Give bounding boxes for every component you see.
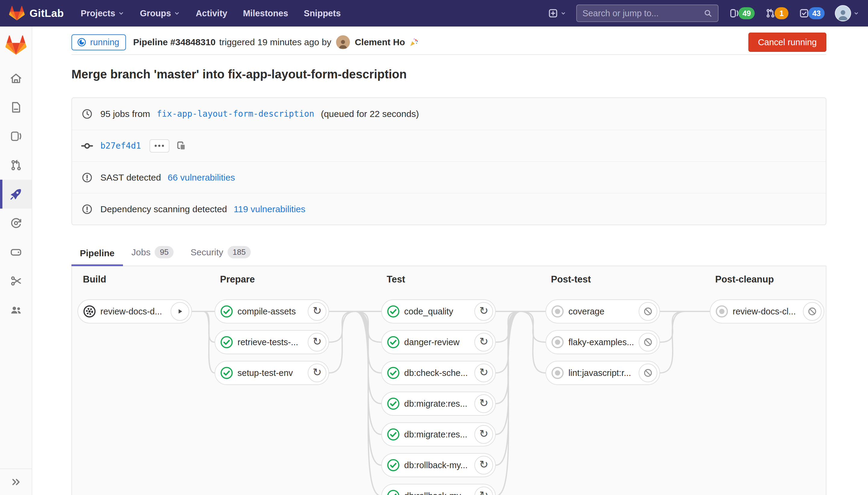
nav-item-activity[interactable]: Activity (196, 8, 227, 18)
sast-vulnerabilities-link[interactable]: 66 vulnerabilities (168, 172, 235, 183)
cancel-running-button[interactable]: Cancel running (748, 33, 827, 52)
retry-icon: ↻ (313, 336, 322, 347)
collapse-sidebar-button[interactable] (0, 468, 32, 495)
job-name: danger-review (404, 337, 470, 347)
cancel-job-button[interactable] (639, 302, 657, 321)
person-icon (836, 7, 850, 21)
retry-job-button[interactable]: ↻ (474, 425, 493, 444)
issues-count-badge: 49 (739, 7, 755, 19)
pipeline-job[interactable]: review-docs-cl... (710, 300, 824, 323)
running-status-label: running (90, 37, 119, 47)
tab-jobs[interactable]: Jobs 95 (123, 246, 182, 266)
expand-commit-button[interactable] (150, 139, 169, 153)
pipeline-job[interactable]: review-docs-d... (77, 300, 192, 323)
project-avatar[interactable] (0, 27, 32, 64)
pipeline-job[interactable]: flaky-examples... (545, 330, 660, 354)
nav-item-milestones[interactable]: Milestones (243, 8, 288, 18)
retry-job-button[interactable]: ↻ (308, 302, 326, 321)
pipeline-job[interactable]: danger-review↻ (381, 330, 496, 354)
user-menu[interactable] (835, 5, 859, 21)
gitlab-brand[interactable]: GitLab (9, 5, 64, 21)
success-status-icon (386, 397, 400, 411)
sidebar-item-operations[interactable] (0, 209, 32, 238)
search-input[interactable] (582, 8, 704, 18)
pipeline-job[interactable]: db:rollback-my...↻ (381, 453, 496, 477)
cancel-job-button[interactable] (803, 302, 821, 321)
todos-counter[interactable]: 43 (799, 7, 824, 19)
stage-header: Test (387, 274, 405, 285)
branch-link[interactable]: fix-app-layout-form-description (157, 109, 314, 119)
pipeline-job[interactable]: db:check-sche...↻ (381, 361, 496, 385)
retry-job-button[interactable]: ↻ (308, 333, 326, 352)
nav-item-snippets[interactable]: Snippets (304, 8, 341, 18)
play-icon (175, 307, 185, 316)
sidebar-item-members[interactable] (0, 295, 32, 324)
retry-icon: ↻ (313, 367, 322, 378)
stage-header: Post-test (551, 274, 591, 285)
pipeline-job[interactable]: db:migrate:res...↻ (381, 392, 496, 416)
retry-icon: ↻ (479, 336, 488, 347)
jobs-summary-row: 95 jobs from fix-app-layout-form-descrip… (72, 98, 826, 130)
sidebar-item-registry[interactable] (0, 238, 32, 267)
rocket-icon (9, 188, 23, 201)
pipeline-job[interactable]: compile-assets↻ (214, 300, 329, 323)
pipeline-job[interactable]: db:rollback-my...↻ (381, 484, 496, 495)
security-count-badge: 185 (228, 246, 251, 258)
dependency-vulnerabilities-link[interactable]: 119 vulnerabilities (233, 204, 305, 214)
tab-security[interactable]: Security 185 (182, 246, 259, 266)
sidebar-item-merge-requests[interactable] (0, 151, 32, 180)
pipeline-job[interactable]: retrieve-tests-...↻ (214, 330, 329, 354)
author-name[interactable]: Clement Ho (355, 37, 405, 47)
pipeline-job[interactable]: coverage (545, 300, 660, 323)
merge-requests-counter[interactable]: 1 (765, 7, 788, 19)
job-name: review-docs-d... (100, 307, 167, 317)
header-divider (71, 54, 827, 55)
copy-commit-icon[interactable] (176, 140, 187, 151)
issues-icon (729, 8, 740, 19)
cancel-job-button[interactable] (639, 363, 657, 382)
retry-job-button[interactable]: ↻ (474, 302, 493, 321)
issues-counter[interactable]: 49 (729, 7, 755, 19)
commit-sha-link[interactable]: b27ef4d1 (100, 141, 141, 151)
brand-name: GitLab (30, 7, 64, 19)
user-avatar (835, 5, 851, 21)
retry-job-button[interactable]: ↻ (474, 487, 493, 495)
pipeline-id: Pipeline #34848310 (133, 37, 216, 47)
pipeline-header: running Pipeline #34848310 triggered 19 … (71, 30, 827, 54)
retry-job-button[interactable]: ↻ (474, 456, 493, 475)
pipeline-job[interactable]: setup-test-env↻ (214, 361, 329, 385)
pipeline-job[interactable]: lint:javascript:r... (545, 361, 660, 385)
nav-item-projects[interactable]: Projects (81, 8, 124, 18)
retry-job-button[interactable]: ↻ (474, 363, 493, 382)
retry-icon: ↻ (479, 367, 488, 378)
members-icon (9, 303, 23, 317)
sidebar-item-repository[interactable] (0, 93, 32, 122)
retry-icon: ↻ (479, 428, 488, 439)
search-box[interactable] (576, 4, 718, 22)
sidebar-item-home[interactable] (0, 64, 32, 93)
sidebar-item-snippets[interactable] (0, 267, 32, 295)
container-registry-icon (9, 245, 23, 259)
party-popper-emoji (409, 37, 419, 47)
sidebar-item-issues[interactable] (0, 122, 32, 151)
retry-job-button[interactable]: ↻ (474, 394, 493, 413)
author-avatar[interactable] (336, 35, 350, 49)
play-job-button[interactable] (171, 302, 189, 321)
merge-request-icon (9, 158, 23, 172)
cancel-job-button[interactable] (639, 333, 657, 352)
created-status-icon (551, 305, 565, 318)
sast-row: SAST detected 66 vulnerabilities (72, 161, 826, 193)
commit-row: b27ef4d1 (72, 130, 826, 161)
created-status-icon (715, 305, 729, 318)
merge-request-icon (765, 8, 776, 19)
sidebar-item-ci-cd[interactable] (0, 180, 32, 209)
retry-job-button[interactable]: ↻ (474, 333, 493, 352)
nav-item-groups[interactable]: Groups (140, 8, 180, 18)
retry-job-button[interactable]: ↻ (308, 363, 326, 382)
pipeline-job[interactable]: code_quality↻ (381, 300, 496, 323)
running-status-badge: running (71, 34, 126, 50)
pipeline-job[interactable]: db:migrate:res...↻ (381, 422, 496, 446)
tab-pipeline[interactable]: Pipeline (71, 248, 123, 266)
new-menu-button[interactable] (548, 8, 566, 18)
jobs-count-text: 95 jobs from (100, 109, 150, 119)
